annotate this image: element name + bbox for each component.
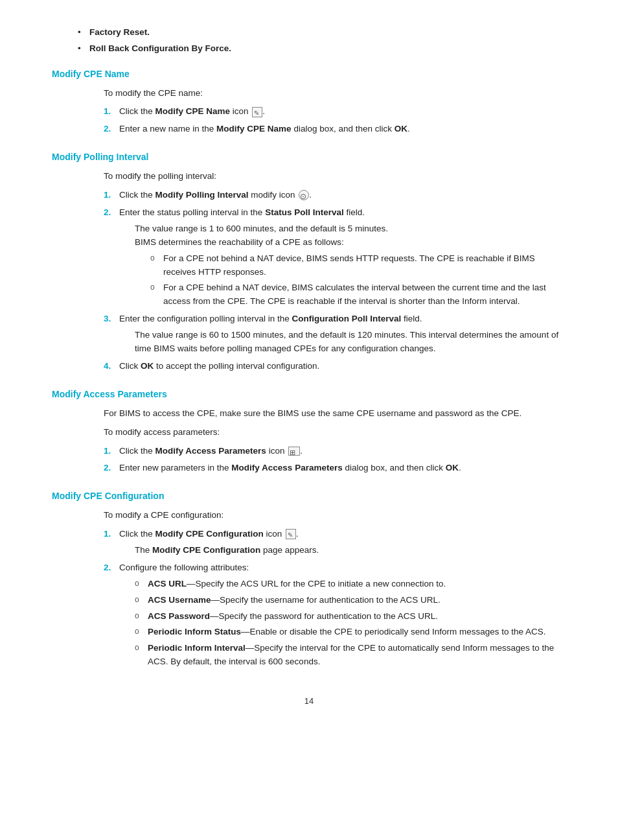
polling-value-range: The value range is 1 to 600 minutes, and… [135,222,566,236]
cpe-config-page-note: The Modify CPE Configuration page appear… [135,544,566,557]
grid-icon [288,447,300,456]
attr-periodic-inform-interval: Periodic Inform Interval—Specify the int… [135,642,566,669]
heading-modify-cpe-name: Modify CPE Name [52,67,566,82]
section-modify-cpe-configuration: Modify CPE Configuration To modify a CPE… [52,489,566,669]
heading-modify-access-parameters: Modify Access Parameters [52,388,566,402]
label-modify-cpe-name-dialog: Modify CPE Name [216,124,292,134]
step-access-1: 1. Click the Modify Access Parameters ic… [104,445,566,458]
polling-bullet-nat: For a CPE behind a NAT device, BIMS calc… [150,281,566,309]
attr-acs-username: ACS Username—Specify the username for au… [135,594,566,607]
intro-access-params-2: To modify access parameters: [52,426,566,439]
label-modify-cpe-config-page: Modify CPE Configuration [152,545,260,555]
cpe-config-attributes: ACS URL—Specify the ACS URL for the CPE … [119,578,566,670]
heading-modify-polling-interval: Modify Polling Interval [52,150,566,165]
section-modify-cpe-name: Modify CPE Name To modify the CPE name: … [52,67,566,136]
section-modify-polling-interval: Modify Polling Interval To modify the po… [52,150,566,373]
attr-acs-password: ACS Password—Specify the password for au… [135,610,566,624]
step-cpe-config-1: 1. Click the Modify CPE Configuration ic… [104,528,566,557]
bullet-factory-reset: Factory Reset. [78,26,566,40]
clock-icon [299,190,309,200]
attr-periodic-inform-status: Periodic Inform Status—Enable or disable… [135,625,566,639]
steps-modify-cpe-name: 1. Click the Modify CPE Name icon . 2. E… [52,105,566,136]
step-polling-1: 1. Click the Modify Polling Interval mod… [104,189,566,202]
step-polling-4: 4. Click OK to accept the polling interv… [104,360,566,373]
steps-cpe-configuration: 1. Click the Modify CPE Configuration ic… [52,528,566,669]
label-modify-polling-interval: Modify Polling Interval [155,190,249,200]
label-ok-polling: OK [141,361,154,371]
label-modify-cpe-name-icon: Modify CPE Name [155,106,231,116]
intro-access-params-1: For BIMS to access the CPE, make sure th… [52,407,566,421]
steps-polling-interval: 1. Click the Modify Polling Interval mod… [52,189,566,373]
label-modify-access-params-dialog: Modify Access Parameters [231,463,342,472]
label-modify-cpe-config-icon: Modify CPE Configuration [155,529,264,539]
step-polling-3: 3. Enter the configuration polling inter… [104,312,566,356]
intro-modify-cpe-name: To modify the CPE name: [52,87,566,100]
bullet-rollback: Roll Back Configuration By Force. [78,42,566,56]
label-modify-access-params-icon: Modify Access Parameters [155,446,266,456]
heading-modify-cpe-configuration: Modify CPE Configuration [52,489,566,504]
label-ok-access: OK [446,463,459,472]
page-number: 14 [52,695,566,708]
attr-acs-url: ACS URL—Specify the ACS URL for the CPE … [135,578,566,591]
label-status-poll-interval: Status Poll Interval [265,207,344,217]
sub-content-polling-3: The value range is 60 to 1500 minutes, a… [119,329,566,356]
sub-content-polling-2: The value range is 1 to 600 minutes, and… [119,222,566,309]
step-cpe-name-1: 1. Click the Modify CPE Name icon . [104,105,566,119]
label-config-poll-interval: Configuration Poll Interval [292,314,401,323]
intro-modify-cpe-config: To modify a CPE configuration: [52,509,566,522]
label-ok-cpe-name: OK [395,124,407,134]
polling-bullet-no-nat: For a CPE not behind a NAT device, BIMS … [150,252,566,279]
top-bullet-list: Factory Reset. Roll Back Configuration B… [52,26,566,56]
steps-access-parameters: 1. Click the Modify Access Parameters ic… [52,445,566,476]
intro-modify-polling-interval: To modify the polling interval: [52,170,566,183]
step-cpe-name-2: 2. Enter a new name in the Modify CPE Na… [104,122,566,136]
section-modify-access-parameters: Modify Access Parameters For BIMS to acc… [52,388,566,475]
page: Factory Reset. Roll Back Configuration B… [0,0,618,840]
step-polling-2: 2. Enter the status polling interval in … [104,206,566,309]
polling-sub-bullets: For a CPE not behind a NAT device, BIMS … [135,252,566,309]
step-cpe-config-2: 2. Configure the following attributes: A… [104,561,566,669]
step-access-2: 2. Enter new parameters in the Modify Ac… [104,461,566,475]
polling-bims-note: BIMS determines the reachability of a CP… [135,236,566,250]
sub-content-cpe-config-1: The Modify CPE Configuration page appear… [119,544,566,557]
edit-icon [252,107,262,117]
config-poll-range: The value range is 60 to 1500 minutes, a… [135,329,566,356]
edit-icon-config [286,529,296,539]
